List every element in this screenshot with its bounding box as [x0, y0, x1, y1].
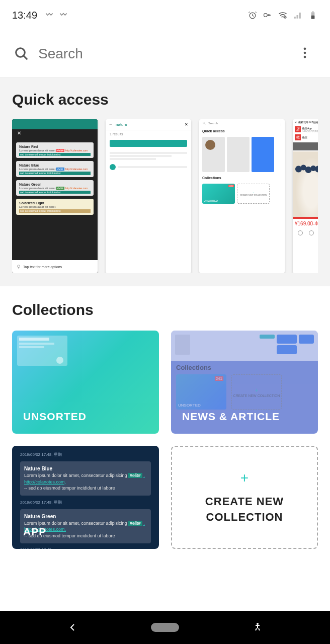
note-date: 2019/05/02 17:48	[20, 546, 151, 549]
store-icon: 微	[295, 134, 301, 140]
section-label: Collections	[199, 174, 285, 182]
result-item	[110, 140, 187, 147]
collection-label: UNSORTED	[23, 411, 148, 423]
product-image	[293, 151, 318, 217]
status-time: 13:49	[12, 10, 37, 21]
section-label: Quick access	[199, 127, 285, 135]
plus-icon: +	[255, 387, 258, 394]
notification-icon	[44, 10, 54, 20]
search-bar	[0, 30, 330, 78]
plus-icon: +	[240, 470, 249, 486]
preview-strip	[171, 331, 318, 361]
quick-access-card[interactable]: Search ⋮ Quick access Collections 241 UN…	[199, 119, 285, 273]
create-label: CREATE NEW COLLECTION	[183, 494, 306, 525]
inner-create: + CREATE NEW COLLECTION	[231, 374, 282, 410]
results-count: 1 results	[106, 130, 191, 138]
collection-thumbnail: 241 UNSORTED	[202, 184, 235, 204]
navigation-bar	[0, 611, 330, 644]
preview-box	[17, 336, 67, 366]
back-icon: ←	[109, 122, 113, 127]
action-icon	[298, 230, 303, 235]
inner-cards: 241 UNSORTED + CREATE NEW COLLECTION	[171, 374, 318, 410]
action-icon	[309, 230, 314, 235]
svg-point-7	[304, 48, 306, 50]
thumbnail	[252, 137, 274, 172]
battery-icon	[308, 10, 318, 20]
card-footer: Tap text for more options	[12, 260, 98, 273]
more-vertical-icon	[298, 46, 312, 60]
wifi-icon	[278, 10, 288, 20]
status-bar: 13:49	[0, 0, 330, 30]
preview-thumbnails	[199, 135, 285, 174]
search-icon	[14, 46, 29, 61]
svg-point-8	[304, 52, 306, 54]
badge: 241	[228, 185, 234, 187]
card-body: Nature Red Lorem ipsum dolor sit amet #e…	[12, 129, 98, 215]
svg-point-6	[16, 48, 25, 57]
product-price: ¥169.00-409.	[293, 219, 318, 228]
quick-access-title: Quick access	[12, 91, 318, 108]
collection-card-app[interactable]: 2019/05/02 17:48, 星期 Nature Blue Lorem i…	[12, 446, 159, 549]
card-header: Search ⋮	[199, 119, 285, 127]
inner-section-label: Collections	[171, 361, 318, 374]
store-row: 店 微店App 1.65亿用户的开店选	[293, 125, 318, 133]
create-collection-thumbnail: + CREATE NEW COLLECTION	[237, 184, 270, 204]
action-icons	[293, 228, 318, 237]
card-header: ✕ 裘莉花环 INS圆框简	[293, 119, 318, 125]
search-input[interactable]	[38, 46, 294, 62]
close-icon: ✕	[17, 130, 21, 136]
store-icon: 店	[295, 126, 301, 132]
more-button[interactable]	[294, 42, 316, 66]
more-icon: ⋮	[279, 122, 282, 125]
inner-collection: 241 UNSORTED	[176, 374, 226, 410]
note-preview: Nature Red Lorem ipsum dolor sit amet #e…	[16, 142, 94, 158]
svg-point-10	[18, 265, 20, 268]
thumbnail	[227, 137, 250, 172]
signal-icon	[293, 10, 303, 20]
status-notifications	[44, 10, 68, 20]
note-preview: Solarized Light Lorem ipsum dolor sit am…	[16, 199, 94, 214]
notification-icon	[58, 10, 68, 20]
status-left: 13:49	[12, 10, 68, 21]
accessibility-icon[interactable]	[252, 621, 264, 633]
search-container[interactable]	[14, 46, 294, 62]
result-content	[106, 149, 191, 172]
collection-card-unsorted[interactable]: UNSORTED	[12, 331, 159, 434]
note-date: 2019/05/02 17:48, 星期	[20, 499, 151, 506]
thumbnail	[202, 137, 225, 172]
collections-grid: UNSORTED Collections	[12, 331, 318, 549]
home-pill[interactable]	[151, 623, 179, 632]
quick-access-card[interactable]: ✕ 裘莉花环 INS圆框简 店 微店App 1.65亿用户的开店选 微 微店	[293, 119, 318, 273]
back-icon[interactable]	[66, 621, 78, 633]
card-header	[12, 119, 98, 129]
quick-access-card[interactable]: ✕ Nature Red Lorem ipsum dolor sit amet …	[12, 119, 98, 273]
quick-access-cards[interactable]: ✕ Nature Red Lorem ipsum dolor sit amet …	[12, 119, 318, 273]
svg-point-1	[264, 14, 268, 17]
close-icon: ✕	[295, 121, 297, 124]
note-preview: Nature Green Lorem ipsum dolor sit amet …	[16, 180, 94, 196]
divider	[293, 142, 318, 150]
alarm-icon	[248, 10, 258, 20]
status-right	[248, 10, 318, 20]
store-row: 微 微店	[293, 133, 318, 141]
svg-rect-4	[312, 12, 313, 13]
svg-point-12	[257, 623, 259, 625]
collection-thumbnails: 241 UNSORTED + CREATE NEW COLLECTION	[199, 182, 285, 206]
cake-illustration	[293, 151, 318, 217]
svg-point-9	[304, 56, 306, 58]
collection-label: NEWS & ARTICLE	[182, 411, 307, 423]
search-preview-input	[116, 122, 182, 127]
close-icon: ✕	[185, 122, 188, 127]
lightbulb-icon	[16, 264, 21, 269]
note-date: 2019/05/02 17:48, 星期	[20, 451, 151, 458]
create-collection-card[interactable]: + CREATE NEW COLLECTION	[171, 446, 318, 549]
search-icon	[202, 121, 206, 125]
svg-rect-5	[311, 16, 315, 19]
key-icon	[263, 10, 273, 20]
collections-section: Collections UNSORTED	[0, 286, 330, 564]
quick-access-card[interactable]: ← ✕ 1 results	[106, 119, 191, 273]
collection-card-news[interactable]: Collections 241 UNSORTED + CREATE NEW CO…	[171, 331, 318, 434]
collections-title: Collections	[12, 301, 318, 318]
quick-access-section: Quick access ✕ Nature Red Lorem ipsum do…	[0, 78, 330, 286]
collection-label: APP	[23, 526, 148, 538]
